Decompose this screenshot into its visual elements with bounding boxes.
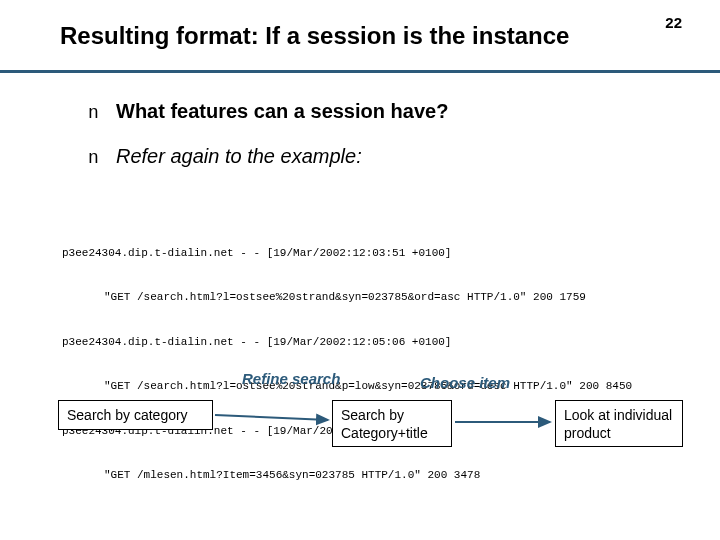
log-line: "GET /search.html?l=ostsee%20strand&syn=… xyxy=(104,290,680,305)
page-number: 22 xyxy=(665,14,682,31)
bullet-marker: n xyxy=(88,148,116,168)
annotation-label-choose: Choose item xyxy=(420,374,510,391)
annotation-label-refine: Refine search xyxy=(242,370,340,387)
bullet-item: n Refer again to the example: xyxy=(88,145,660,168)
slide-title: Resulting format: If a session is the in… xyxy=(60,22,569,50)
slide: 22 Resulting format: If a session is the… xyxy=(0,0,720,540)
box-search-by-category-title: Search by Category+title xyxy=(332,400,452,447)
bullet-item: n What features can a session have? xyxy=(88,100,660,123)
annotation-area: Refine search Choose item Search by cate… xyxy=(0,370,720,520)
bullet-text: Refer again to the example: xyxy=(116,145,362,168)
box-look-individual-product: Look at individual product xyxy=(555,400,683,447)
log-line: p3ee24304.dip.t-dialin.net - - [19/Mar/2… xyxy=(62,335,680,350)
bullet-marker: n xyxy=(88,103,116,123)
box-search-by-category: Search by category xyxy=(58,400,213,430)
log-line: p3ee24304.dip.t-dialin.net - - [19/Mar/2… xyxy=(62,246,680,261)
arrow-refine xyxy=(215,415,328,420)
title-underline xyxy=(0,70,720,73)
bullet-list: n What features can a session have? n Re… xyxy=(88,100,660,190)
bullet-text: What features can a session have? xyxy=(116,100,448,123)
